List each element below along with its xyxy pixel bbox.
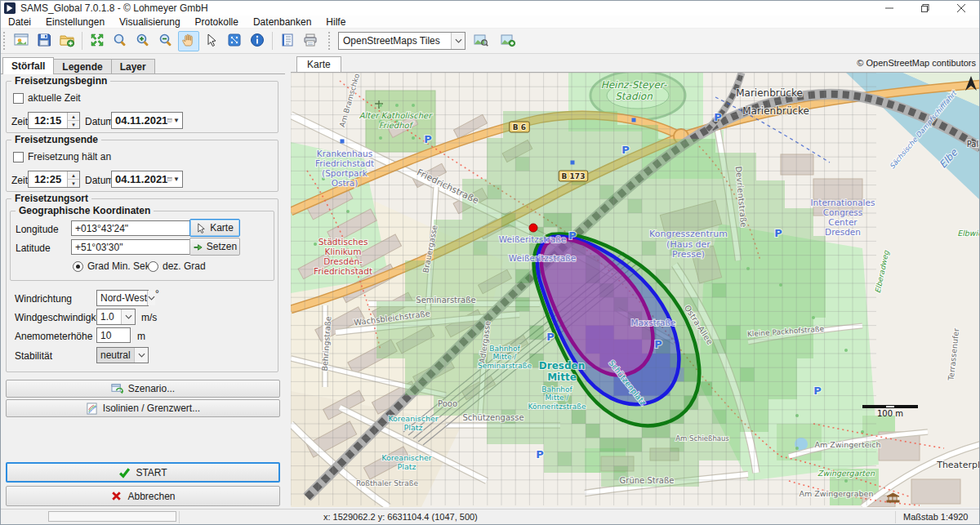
window-title: SAMS_Global 7.0.1.8 - © Lohmeyer GmbH [20,2,208,14]
open-folder-icon [60,33,74,50]
map-copyright: © OpenStreetMap contibutors [857,58,976,68]
current-time-checkbox-label: aktuelle Zeit [28,92,81,104]
wind-direction-label: Windrichtung [15,293,72,305]
map-viewport[interactable]: Heinz-Steyer-StadionMarienbrückeMarienbr… [291,73,980,507]
toolbar-button-report[interactable] [277,31,298,51]
measure-icon [227,33,242,50]
toolbar-button-pan-hand[interactable] [178,31,199,51]
parking-icon: P [654,338,662,350]
maximize-button[interactable] [907,1,943,16]
parking-icon: P [774,227,782,239]
toolbar-button-map-search[interactable] [470,31,492,51]
tab-layer[interactable]: Layer [111,59,155,74]
menu-item-visualisierung[interactable]: Visualisierung [112,16,188,28]
latitude-input[interactable]: +51°03'30" [71,239,192,255]
group-title: Freisetzungsort [11,193,91,204]
end-time-spinner[interactable]: 12:25 ▲▼ [28,171,80,188]
start-time-spinner[interactable]: 12:15 ▲▼ [28,112,80,129]
szenario-button[interactable]: Szenario... [6,380,280,398]
longitude-input[interactable]: +013°43'24" [71,220,192,236]
release-continues-checkbox[interactable] [13,152,24,162]
close-button[interactable] [943,1,979,16]
chevron-down-icon [451,33,465,49]
tab-strfall[interactable]: Störfall [2,57,54,74]
group-title: Geographische Koordinaten [16,205,154,216]
isolinien-grenzwert-button[interactable]: Isolinien / Grenzwert... [6,399,280,417]
end-date-picker[interactable]: 04.11.2021 ▼ [111,171,183,188]
end-time-value: 12:25 [29,171,67,187]
toolbar: OpenStreetMaps Tiles [1,29,979,54]
end-date-value: 04.11.2021 [112,173,167,185]
group-release-end: Freisetzungsende Freisetzung hält an Zei… [6,140,278,192]
toolbar-separator [272,32,273,50]
anemometer-height-input[interactable]: 10 [96,327,131,343]
current-time-checkbox[interactable] [13,93,24,104]
menu-item-datenbanken[interactable]: Datenbanken [246,16,318,28]
radio-decimal-degrees[interactable] [148,261,158,272]
stability-combo[interactable]: neutral [96,347,149,363]
map-label: Am Zwingergraben [800,489,874,498]
wind-speed-combo[interactable]: 1.0 [96,309,136,325]
toolbar-button-info[interactable] [247,31,268,51]
zoom-box-icon [113,33,127,50]
map-label: Schützengasse [462,413,523,422]
toolbar-button-zoom-extents[interactable] [87,31,108,51]
setzen-button[interactable]: Setzen [189,238,240,256]
map-search-icon [474,33,488,50]
toolbar-grip [3,32,7,50]
start-date-picker[interactable]: 04.11.2021 ▼ [111,112,183,129]
map-label: Seminarstraße [416,296,475,305]
parking-icon: P [813,385,822,397]
wind-direction-unit: ° [155,288,159,300]
tab-legende[interactable]: Legende [53,59,111,74]
tab-karte[interactable]: Karte [296,56,341,72]
map-label: Theaterplatz [936,460,980,470]
isolinien-button-label: Isolinien / Grenzwert... [103,403,200,414]
toolbar-button-measure[interactable] [224,31,245,51]
abbrechen-button-label: Abbrechen [127,491,175,502]
toolbar-button-open-folder[interactable] [56,31,78,51]
karte-button[interactable]: Karte [189,219,240,237]
toolbar-button-select-cursor[interactable] [201,31,222,51]
anemometer-height-unit: m [137,331,145,342]
map-canvas[interactable]: Heinz-Steyer-StadionMarienbrückeMarienbr… [291,73,980,507]
toolbar-button-zoom-in[interactable] [132,31,154,51]
map-label: Am Zwingerteich [815,440,881,449]
parking-icon: P [424,133,432,145]
toolbar-button-zoom-out[interactable] [155,31,176,51]
menu-item-hilfe[interactable]: Hilfe [318,16,353,28]
dropdown-arrow-icon: ▼ [172,176,182,183]
menu-item-einstellungen[interactable]: Einstellungen [38,16,112,28]
toolbar-button-print[interactable] [300,31,321,51]
toolbar-button-zoom-box[interactable] [109,31,131,51]
karte-button-label: Karte [210,222,234,234]
wind-speed-label: Windgeschwindigkeit [15,312,106,323]
chevron-down-icon [147,291,155,305]
map-window-icon [14,33,29,50]
parking-icon: P [536,448,544,460]
map-label: Grüne Straße [620,476,675,485]
menu-item-protokolle[interactable]: Protokolle [188,16,246,28]
abbrechen-button[interactable]: Abbrechen [6,486,280,506]
toolbar-button-map-window[interactable] [11,31,32,51]
zoom-extents-icon [90,33,105,50]
wind-direction-combo[interactable]: Nord-West [96,290,149,306]
start-date-value: 04.11.2021 [112,114,167,127]
tiles-source-value: OpenStreetMaps Tiles [339,35,451,47]
tiles-source-dropdown[interactable]: OpenStreetMaps Tiles [338,32,466,50]
radio-degrees-minutes-seconds[interactable] [73,261,83,272]
wind-speed-value: 1.0 [97,311,121,323]
start-button[interactable]: START [6,462,280,483]
app-icon [4,2,16,14]
anemometer-height-label: Anemometerhöhe [15,331,92,342]
radio-dms-label: Grad Min. Sek. [87,260,153,272]
toolbar-button-map-add[interactable] [497,31,519,51]
toolbar-button-save[interactable] [33,31,55,51]
menu-item-datei[interactable]: Datei [1,16,38,28]
minimize-button[interactable] [871,1,907,16]
spin-buttons[interactable]: ▲▼ [67,171,79,187]
stability-value: neutral [97,349,134,361]
spin-buttons[interactable]: ▲▼ [67,113,79,128]
radio-dec-label: dez. Grad [163,260,206,272]
map-add-icon [501,33,515,50]
